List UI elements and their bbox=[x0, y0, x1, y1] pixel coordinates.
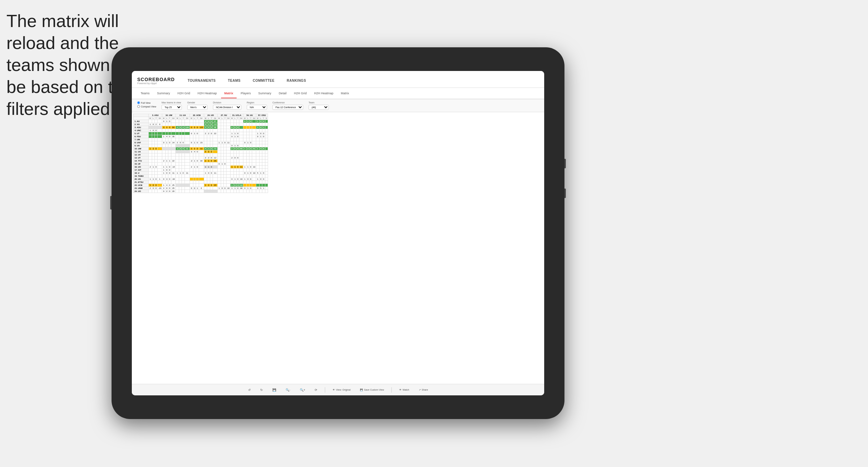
compact-view-radio[interactable]: Compact View bbox=[137, 105, 156, 108]
matrix-cell bbox=[230, 123, 234, 126]
matrix-cell: 1 bbox=[243, 166, 246, 169]
matrix-cell bbox=[223, 159, 226, 163]
matrix-cell: 19 bbox=[239, 178, 243, 181]
matrix-cell bbox=[236, 123, 239, 126]
matrix-cell: 0 bbox=[236, 147, 239, 150]
matrix-cell bbox=[217, 190, 221, 193]
tablet-volume-up[interactable] bbox=[564, 159, 566, 168]
matrix-cell bbox=[221, 147, 223, 150]
matrix-cell: 0 bbox=[190, 132, 193, 135]
matrix-cell bbox=[252, 187, 256, 190]
max-teams-select[interactable]: Top 25 Top 10 All bbox=[162, 105, 182, 110]
matrix-cell bbox=[199, 156, 204, 159]
sub-nav-matrix1[interactable]: Matrix bbox=[221, 89, 237, 98]
matrix-cell: 0 bbox=[236, 126, 239, 129]
table-row: 7. UM bbox=[134, 138, 268, 141]
matrix-cell bbox=[217, 144, 221, 147]
nav-tournaments[interactable]: TOURNAMENTS bbox=[185, 77, 218, 84]
sub-nav-h2h-grid2[interactable]: H2H Grid bbox=[291, 89, 310, 98]
matrix-cell: 80 bbox=[171, 126, 176, 129]
matrix-cell: 3 bbox=[236, 184, 239, 187]
reset-button[interactable]: ⟳ bbox=[313, 387, 319, 393]
sub-nav-h2h-heatmap2[interactable]: H2H Heatmap bbox=[311, 89, 337, 98]
sub-nav-matrix2[interactable]: Matrix bbox=[337, 89, 353, 98]
region-select[interactable]: N/A West East bbox=[247, 105, 267, 110]
matrix-cell bbox=[158, 172, 162, 175]
matrix-cell bbox=[236, 141, 239, 144]
matrix-cell bbox=[252, 178, 256, 181]
matrix-cell bbox=[230, 175, 234, 178]
matrix-cell bbox=[176, 190, 179, 193]
gender-select[interactable]: Men's Women's bbox=[187, 105, 208, 110]
sub-nav-summary2[interactable]: Summary bbox=[255, 89, 275, 98]
matrix-cell bbox=[155, 169, 158, 172]
sub-nav-players[interactable]: Players bbox=[237, 89, 254, 98]
view-original-button[interactable]: 👁 View: Original bbox=[331, 388, 353, 392]
col-header-asu: 3. ASU bbox=[149, 114, 162, 117]
zoom-out-button[interactable]: 🔍- bbox=[284, 387, 292, 393]
matrix-cell bbox=[230, 169, 234, 172]
bottom-toolbar: ↺ ↻ 💾 🔍- 🔍+ ⟳ 👁 View: Original bbox=[132, 384, 544, 395]
nav-teams[interactable]: TEAMS bbox=[225, 77, 243, 84]
matrix-cell: 3 bbox=[179, 147, 182, 150]
sub-nav-h2h-grid1[interactable]: H2H Grid bbox=[174, 89, 194, 98]
row-label: 6. FSU bbox=[134, 135, 149, 138]
sub-nav-teams[interactable]: Teams bbox=[137, 89, 153, 98]
matrix-cell bbox=[223, 153, 226, 156]
view-icon: 👁 bbox=[333, 389, 335, 391]
matrix-cell bbox=[249, 126, 252, 129]
matrix-cell bbox=[207, 141, 210, 144]
full-view-radio[interactable]: Full View bbox=[137, 101, 156, 104]
matrix-cell bbox=[190, 123, 193, 126]
matrix-cell bbox=[168, 123, 171, 126]
matrix-cell bbox=[185, 132, 190, 135]
sub-nav-detail[interactable]: Detail bbox=[275, 89, 290, 98]
matrix-cell bbox=[262, 175, 265, 178]
tablet-side-button[interactable] bbox=[110, 196, 112, 210]
save-custom-button[interactable]: 💾 Save Custom View bbox=[358, 388, 386, 392]
matrix-cell: 0 bbox=[249, 172, 252, 175]
sub-nav-h2h-heatmap1[interactable]: H2H Heatmap bbox=[194, 89, 220, 98]
redo-button[interactable]: ↻ bbox=[258, 387, 265, 393]
row-label: 8. UAF bbox=[134, 141, 149, 144]
matrix-cell: 1 bbox=[256, 147, 260, 150]
undo-button[interactable]: ↺ bbox=[246, 387, 253, 393]
matrix-cell bbox=[158, 141, 162, 144]
matrix-cell bbox=[246, 153, 249, 156]
matrix-cell bbox=[171, 147, 176, 150]
matrix-cell bbox=[262, 184, 265, 187]
matrix-cell bbox=[155, 138, 158, 141]
matrix-cell bbox=[223, 166, 226, 169]
save-button[interactable]: 💾 bbox=[270, 387, 278, 393]
matrix-cell bbox=[243, 190, 246, 193]
matrix-cell: 1 bbox=[204, 166, 207, 169]
save-custom-label: Save Custom View bbox=[364, 389, 384, 391]
matrix-area[interactable]: 3. ASU 10. UW 11. UA 22. UCB 24. UO 27. … bbox=[132, 112, 544, 384]
matrix-cell bbox=[171, 169, 176, 172]
matrix-cell bbox=[243, 123, 246, 126]
tablet-volume-down[interactable] bbox=[564, 189, 566, 198]
watch-button[interactable]: 👁 Watch bbox=[397, 388, 411, 392]
division-select[interactable]: NCAA Division I NCAA Division II NCAA Di… bbox=[213, 105, 241, 110]
matrix-cell: 1 bbox=[246, 141, 249, 144]
matrix-cell bbox=[249, 135, 252, 138]
matrix-cell bbox=[204, 138, 207, 141]
conference-select[interactable]: Pac-12 Conference (All) ACC Big Ten bbox=[272, 105, 303, 110]
matrix-cell bbox=[246, 184, 249, 187]
sub-nav-summary1[interactable]: Summary bbox=[154, 89, 174, 98]
matrix-cell: 0 bbox=[236, 132, 239, 135]
table-row: 9. UA010 bbox=[134, 144, 268, 147]
zoom-in-button[interactable]: 🔍+ bbox=[298, 387, 307, 393]
matrix-cell bbox=[234, 163, 236, 166]
matrix-cell bbox=[236, 175, 239, 178]
matrix-cell bbox=[204, 135, 207, 138]
share-button[interactable]: ↗ Share bbox=[417, 388, 430, 392]
matrix-cell bbox=[256, 129, 260, 132]
team-select[interactable]: (All) bbox=[309, 105, 329, 110]
nav-committee[interactable]: COMMITTEE bbox=[250, 77, 278, 84]
matrix-cell: 5 bbox=[259, 187, 262, 190]
row-label: 15. UF bbox=[134, 163, 149, 166]
matrix-cell bbox=[239, 120, 243, 123]
nav-rankings[interactable]: RANKINGS bbox=[284, 77, 309, 84]
matrix-cell bbox=[199, 123, 204, 126]
